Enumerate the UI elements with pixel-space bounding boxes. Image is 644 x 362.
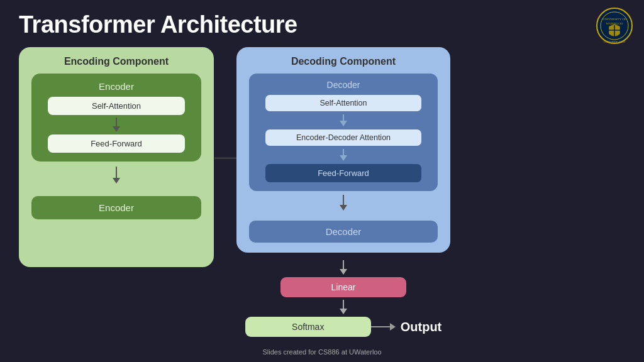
encoder-top-label: Encoder bbox=[99, 81, 134, 92]
decoder-self-attention: Self-Attention bbox=[265, 95, 421, 111]
arrow-down-7 bbox=[340, 300, 347, 314]
arrow-down-3 bbox=[340, 114, 347, 126]
decoding-component: Decoding Component Decoder Self-Attentio… bbox=[236, 47, 450, 253]
output-row: Softmax Output bbox=[245, 317, 442, 337]
softmax-box: Softmax bbox=[245, 317, 371, 337]
arrow-down-6 bbox=[340, 260, 347, 275]
decoder-inner-box: Decoder Self-Attention Encoder-Decoder A… bbox=[249, 74, 438, 191]
arrow-down-1 bbox=[113, 118, 120, 132]
logo: UNIVERSITY OF WATERLOO CONCORDIA CUM bbox=[596, 8, 633, 44]
self-attention-box: Self-Attention bbox=[48, 97, 185, 115]
encoder-box: Encoder Self-Attention Feed-Forward bbox=[31, 74, 201, 162]
enc-dec-attention: Encoder-Decoder Attention bbox=[265, 129, 421, 146]
slide: UNIVERSITY OF WATERLOO CONCORDIA CUM Tra… bbox=[0, 0, 644, 362]
output-arrow bbox=[371, 323, 396, 331]
arrow-down-5 bbox=[340, 195, 347, 211]
encoding-label: Encoding Component bbox=[64, 56, 169, 67]
decoding-label: Decoding Component bbox=[291, 56, 396, 67]
encoding-area: Encoding Component Encoder Self-Attentio… bbox=[19, 47, 214, 267]
arrow-down-2 bbox=[113, 167, 120, 184]
decoder-feed-forward: Feed-Forward bbox=[265, 164, 421, 182]
svg-text:CONCORDIA CUM: CONCORDIA CUM bbox=[604, 40, 625, 43]
arrow-down-4 bbox=[340, 149, 347, 161]
main-content: Encoding Component Encoder Self-Attentio… bbox=[19, 47, 625, 356]
output-label: Output bbox=[401, 320, 442, 334]
below-decoding: Linear Softmax Output bbox=[236, 258, 450, 337]
page-title: Transformer Architecture bbox=[19, 11, 625, 38]
footer: Slides created for CS886 at UWaterloo bbox=[262, 348, 381, 356]
svg-text:UNIVERSITY OF: UNIVERSITY OF bbox=[602, 18, 626, 21]
encoding-component: Encoding Component Encoder Self-Attentio… bbox=[19, 47, 214, 267]
decoding-area: Decoding Component Decoder Self-Attentio… bbox=[236, 47, 450, 337]
encoder-bottom-box: Encoder bbox=[31, 196, 201, 219]
decoder-inner-label: Decoder bbox=[327, 80, 360, 90]
decoder-bottom-box: Decoder bbox=[249, 221, 438, 243]
linear-box: Linear bbox=[280, 277, 406, 297]
feed-forward-box: Feed-Forward bbox=[48, 134, 185, 153]
